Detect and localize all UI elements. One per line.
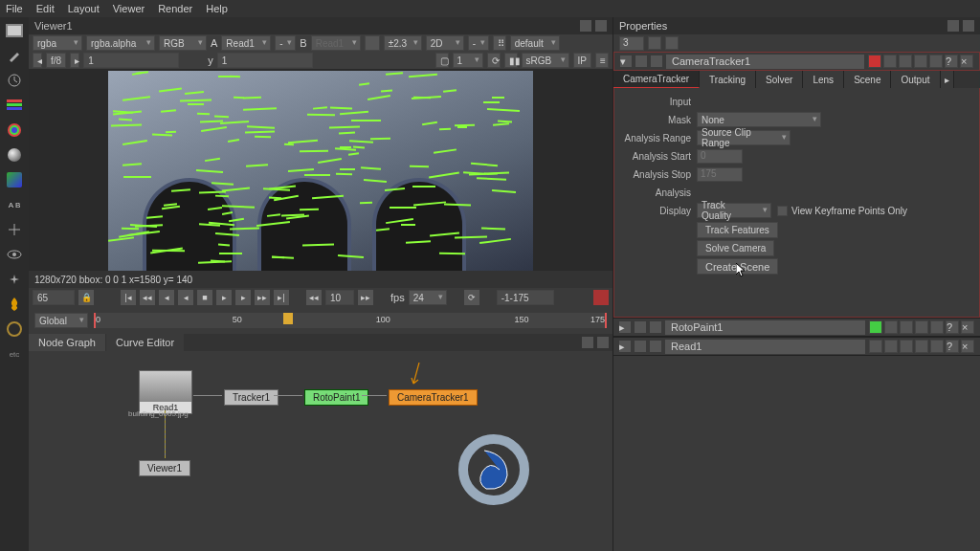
tab-overflow-icon[interactable]: ▸ [941,71,954,88]
analysis-start[interactable]: 0 [697,149,743,164]
redo-icon[interactable] [930,340,944,353]
mask-select[interactable]: None [697,112,821,127]
close-icon[interactable]: × [960,55,973,68]
a-layer[interactable]: - [275,35,296,51]
lock-icon[interactable] [648,36,661,50]
layer-select[interactable]: rgba.alpha [86,35,155,51]
close-icon[interactable] [595,20,607,32]
rewind-icon[interactable]: ◂◂ [306,290,322,305]
menu-file[interactable]: File [6,3,23,14]
maximize-icon[interactable] [947,20,959,32]
prop-tab-output[interactable]: Output [891,71,940,88]
node-viewer[interactable]: Viewer1 [139,460,190,476]
btn-2-icon[interactable] [900,320,913,334]
analysis-range-select[interactable]: Source Clip Range [697,130,791,145]
lut-select[interactable]: sRGB [522,53,569,68]
prop-tab-lens[interactable]: Lens [803,71,844,88]
center-icon[interactable] [635,321,646,333]
collapse-icon[interactable]: ▸ [619,321,631,333]
fstop-value[interactable]: 1 [83,53,179,68]
node-row-read[interactable]: ▸ Read1 ? × [613,337,980,356]
redo-icon[interactable] [929,55,943,68]
prev-frame-icon[interactable]: ◂ [159,290,174,305]
wipe-icon[interactable] [365,35,380,51]
help-icon[interactable]: ? [946,320,959,334]
node-tracker[interactable]: Tracker1 [224,389,278,406]
viewer-canvas[interactable] [29,69,612,271]
keyframe-only-checkbox[interactable] [777,206,788,216]
btn-1-icon[interactable] [883,55,897,68]
fstop[interactable]: f/8 [46,53,66,68]
prop-tab-tracking[interactable]: Tracking [700,71,756,88]
y-value[interactable]: 1 [217,53,313,68]
export-icon[interactable] [650,321,661,333]
people-icon[interactable]: ⠿ [493,35,506,51]
node-row-cameratracker[interactable]: ▾ CameraTracker1 ? × [613,52,980,71]
undo-icon[interactable] [915,320,928,334]
node-read[interactable]: Read1 [139,370,192,414]
flame-icon[interactable] [5,295,24,314]
channel-select[interactable]: rgba [33,35,82,51]
play-back-icon[interactable]: ◂ [178,290,193,305]
stop-icon[interactable]: ■ [197,290,212,305]
node-graph[interactable]: Read1 building_0065.jpg Tracker1 RotoPai… [29,351,612,551]
eye-icon[interactable] [5,245,24,264]
aperture-icon[interactable] [5,320,24,339]
lock-icon[interactable]: 🔒 [78,290,94,305]
menu-render[interactable]: Render [158,3,192,14]
export-icon[interactable] [650,341,661,352]
play-icon[interactable]: ▸ [216,290,232,305]
collapse-icon[interactable]: ▾ [620,55,632,67]
create-scene-button[interactable]: Create Scene [697,258,778,275]
refresh-icon[interactable]: ⟳ [487,53,501,68]
playhead-marker[interactable] [283,313,293,324]
sphere-icon[interactable] [5,145,24,165]
track-features-button[interactable]: Track Features [697,222,778,238]
maximize-icon[interactable] [580,20,591,32]
close-icon[interactable] [597,337,609,348]
export-icon[interactable] [651,55,662,67]
range-end-marker[interactable] [605,313,607,328]
node-row-rotopaint[interactable]: ▸ RotoPaint1 ? × [613,318,980,337]
arrow-left-icon[interactable]: ◂ [33,53,42,68]
tab-nodegraph[interactable]: Node Graph [29,334,105,351]
menu-viewer[interactable]: Viewer [113,3,145,14]
record-icon[interactable] [593,290,609,305]
color-wheel-icon[interactable] [5,121,24,140]
help-icon[interactable]: ? [945,55,958,68]
prop-tab-scene[interactable]: Scene [844,71,891,88]
image-tool-icon[interactable] [5,21,24,40]
timeline-track[interactable]: 0 50 100 150 175 [94,313,607,328]
ab-icon[interactable]: A B [5,195,24,214]
goto-start-icon[interactable]: |◂ [121,290,136,305]
etc-icon[interactable]: etc [5,344,24,364]
undo-icon[interactable] [914,55,927,68]
btn-2-icon[interactable] [899,55,912,68]
center-icon[interactable] [635,55,647,67]
menu-edit[interactable]: Edit [36,3,55,14]
color-swatch[interactable] [869,320,882,334]
tab-curve[interactable]: Curve Editor [106,334,184,351]
prop-tab-solver[interactable]: Solver [756,71,803,88]
btn-1-icon[interactable] [884,340,898,353]
clock-icon[interactable] [5,71,24,90]
center-icon[interactable] [635,341,646,352]
max-nodes[interactable]: 3 [619,36,644,51]
pause-icon[interactable]: ▮▮ [504,53,518,68]
sparkle-icon[interactable] [5,270,24,289]
collapse-icon[interactable]: ▸ [619,341,631,352]
next-frame-icon[interactable]: ▸ [235,290,251,305]
next-key-icon[interactable]: ▸▸ [255,290,270,305]
node-rotopaint[interactable]: RotoPaint1 [304,389,368,406]
node-cameratracker[interactable]: CameraTracker1 [389,389,478,406]
prev-key-icon[interactable]: ◂◂ [140,290,155,305]
btn-1-icon[interactable] [884,320,898,334]
move-icon[interactable] [5,220,24,239]
maximize-icon[interactable] [582,337,593,348]
channel-bars-icon[interactable] [5,96,24,115]
b-input[interactable]: Read1 [311,35,361,51]
btn-2-icon[interactable] [900,340,913,353]
color-swatch[interactable] [869,340,882,353]
goto-end-icon[interactable]: ▸| [274,290,289,305]
close-icon[interactable]: × [961,340,974,353]
